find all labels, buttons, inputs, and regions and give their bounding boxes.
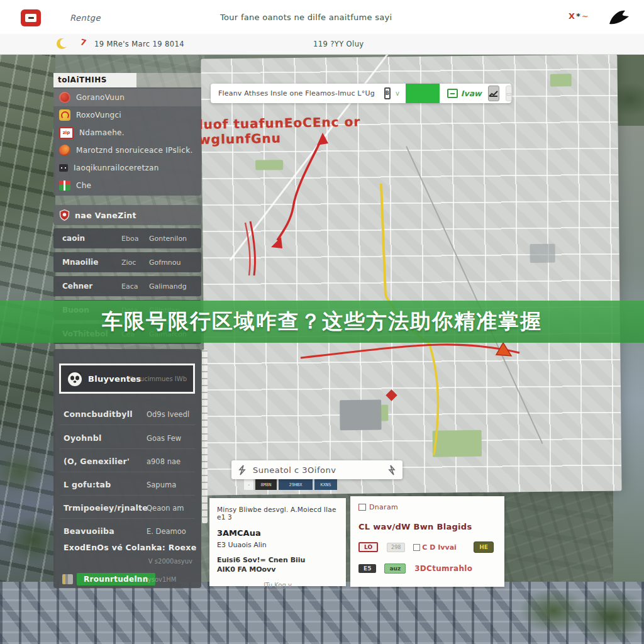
badge-olive[interactable]: HE bbox=[474, 541, 494, 553]
sidebar-menu-item[interactable]: RoxoVungci bbox=[53, 106, 201, 124]
row-value: Eaca bbox=[121, 282, 138, 291]
crescent-icon[interactable] bbox=[57, 38, 67, 49]
shield-icon bbox=[59, 209, 70, 221]
gift-icon bbox=[59, 180, 70, 191]
card-footer-link[interactable]: ITu Kog v bbox=[217, 582, 338, 589]
legend-header: Dnaram bbox=[358, 503, 496, 511]
info-card-left[interactable]: Minsy Bliwbe desvgl. A.Moiecd IIae e1 3 … bbox=[209, 498, 346, 586]
building-block bbox=[530, 244, 555, 263]
badge-red-outline[interactable]: LO bbox=[358, 542, 378, 552]
legend-card-right[interactable]: Dnaram CL wav/dW Bwn Blagids LO 298 C D … bbox=[350, 496, 504, 587]
row-status: Gontenilon bbox=[149, 235, 187, 243]
divider bbox=[60, 472, 195, 472]
item-value: Qeaon am bbox=[147, 504, 184, 513]
menu-label: Ndamaehe. bbox=[79, 128, 125, 137]
headline-banner: 车限号限行区域咋查？这些方法助你精准掌握 bbox=[0, 301, 644, 343]
item-label: L gofu:tab bbox=[64, 480, 111, 489]
sidebar-scrollbar[interactable] bbox=[202, 350, 208, 523]
x-icon[interactable]: X bbox=[569, 11, 576, 21]
table-row[interactable]: Mnaoilie Zioc Gofmnou bbox=[53, 252, 201, 272]
card-line: Euisi6 Sov!= Cnen Biiu bbox=[217, 556, 338, 564]
header-center-text: Tour fane oanots ne dilfe anaitfume sayi bbox=[220, 13, 472, 22]
search-text: Suneatol c 3Oifonv bbox=[253, 465, 336, 475]
menu-label: Che bbox=[76, 181, 91, 190]
park-area bbox=[255, 160, 283, 170]
bottom-action[interactable]: Rrounrtudelnn 7b 0ysov1HM bbox=[62, 573, 155, 586]
selected-row[interactable]: Bluyventes Wanucimmues IWb bbox=[59, 364, 195, 394]
strip-segment[interactable]: 29HBX bbox=[279, 479, 313, 490]
sub-bar-left-text: 19 MRe's Marc 19 8014 bbox=[94, 40, 184, 48]
footer-note: ExodEnOs vé Colanka: Roexe bbox=[64, 543, 196, 552]
table-row[interactable]: Cehner Eaca Galimandg bbox=[53, 276, 201, 296]
map-search-bar[interactable]: Suneatol c 3Oifonv bbox=[231, 460, 402, 479]
route-bolt-icon[interactable] bbox=[238, 465, 247, 475]
strip-segment[interactable]: KXNS bbox=[314, 479, 337, 490]
item-label: Conncbuditbyll bbox=[64, 409, 133, 419]
strip-segment[interactable]: 8M8N bbox=[255, 479, 277, 490]
check-icon: v bbox=[396, 90, 399, 97]
nav-button[interactable]: Ivaw bbox=[447, 89, 482, 98]
selected-row-value: Wanucimmues IWb bbox=[126, 375, 187, 382]
badge-dark[interactable]: E5 bbox=[358, 564, 376, 573]
status-icons[interactable]: X*~ bbox=[569, 11, 590, 21]
bird-pointer-icon[interactable] bbox=[606, 6, 631, 28]
row-name: Cehner bbox=[62, 282, 92, 291]
thumbnail-icon bbox=[62, 574, 73, 584]
sidebar-menu-item[interactable]: Marotznd snoruiceace IPslick. bbox=[53, 142, 201, 159]
park-area bbox=[550, 74, 572, 86]
item-label: Beavuoiiba bbox=[64, 526, 114, 536]
park-area bbox=[433, 430, 482, 457]
divider bbox=[60, 448, 195, 449]
strip-segment[interactable]: - bbox=[244, 479, 253, 490]
list-item[interactable]: Conncbuditbyll Od9s Iveedl bbox=[53, 406, 201, 423]
menu-label: Iaoqikunrailoceretzan bbox=[74, 164, 159, 172]
sidebar-title: tolAiTHIHS bbox=[53, 73, 136, 87]
app-logo-icon[interactable] bbox=[21, 9, 41, 26]
red-square-icon bbox=[358, 504, 366, 511]
badge-icons[interactable]: C D Ivvai bbox=[413, 543, 457, 552]
chart-icon bbox=[489, 90, 499, 97]
item-value: Goas Few bbox=[147, 434, 181, 443]
route-bolt-icon[interactable] bbox=[387, 465, 396, 475]
zip-badge-icon: zip bbox=[59, 127, 74, 139]
browser-top-bar: Rentge Tour fane oanots ne dilfe anaitfu… bbox=[0, 0, 644, 35]
sidebar-menu-item[interactable]: Iaoqikunrailoceretzan bbox=[53, 159, 201, 177]
badge-red-text[interactable]: 3DCtumrahlo bbox=[414, 564, 472, 573]
card-title: Minsy Bliwbe desvgl. A.Moiecd IIae e1 3 bbox=[217, 506, 338, 521]
section-title: nae VaneZint bbox=[75, 211, 136, 220]
badge-green[interactable]: auz bbox=[384, 564, 406, 574]
table-row[interactable]: caoin Eboa Gontenilon bbox=[53, 228, 201, 248]
curve-icon[interactable]: ~ bbox=[582, 11, 590, 21]
badge-gray[interactable]: 298 bbox=[387, 543, 405, 552]
menu-label: RoxoVungci bbox=[76, 111, 121, 119]
square-icon bbox=[413, 544, 420, 551]
divider bbox=[60, 495, 195, 496]
list-item[interactable]: (O, Genexilier' a908 nae bbox=[53, 453, 201, 470]
panda-icon bbox=[67, 370, 83, 387]
list-item[interactable]: Oyohnbl Goas Few bbox=[53, 430, 201, 447]
sidebar-menu-item[interactable]: zip Ndamaehe. bbox=[53, 124, 201, 142]
sidebar-section-header[interactable]: nae VaneZint bbox=[53, 205, 201, 225]
divider bbox=[60, 425, 195, 425]
small-panel-icon bbox=[59, 164, 68, 172]
mini-toolbar-strip[interactable]: - 8M8N 29HBX KXNS bbox=[244, 479, 337, 490]
footer-subtext: V s2000asyuv bbox=[148, 558, 192, 565]
layers-button[interactable]: ▭ bbox=[506, 86, 513, 101]
brand-name[interactable]: Rentge bbox=[70, 13, 101, 23]
card-line: AIK0 FA MOovv bbox=[217, 565, 338, 574]
row-status: Gofmnou bbox=[149, 258, 181, 267]
star-icon[interactable]: * bbox=[576, 11, 582, 21]
badge-icon[interactable]: B bbox=[384, 87, 391, 99]
map-toolbar[interactable]: Fleanv Athses Insle one Fleamos-Imuc L°U… bbox=[211, 84, 511, 103]
list-item[interactable]: Beavuoiiba E. Deamoo bbox=[53, 523, 201, 540]
sidebar-detail-panel: Bluyventes Wanucimmues IWb Conncbuditbyl… bbox=[53, 349, 201, 588]
list-item[interactable]: L gofu:tab Sapuma bbox=[53, 476, 201, 494]
bottom-right-text: 7b 0ysov1HM bbox=[134, 576, 191, 583]
legend-badges-row1: LO 298 C D Ivvai HE bbox=[358, 541, 496, 553]
sidebar-menu-item[interactable]: Che bbox=[53, 177, 201, 194]
green-action-button[interactable] bbox=[406, 84, 440, 103]
list-item[interactable]: Trmipoeiey/rjnalte Qeaon am bbox=[53, 499, 201, 517]
map-toolbar-title: Fleanv Athses Insle one Fleamos-Imuc L°U… bbox=[218, 89, 375, 97]
sidebar-menu-item[interactable]: GoranoVuun bbox=[53, 89, 201, 106]
chart-button[interactable] bbox=[488, 86, 499, 101]
